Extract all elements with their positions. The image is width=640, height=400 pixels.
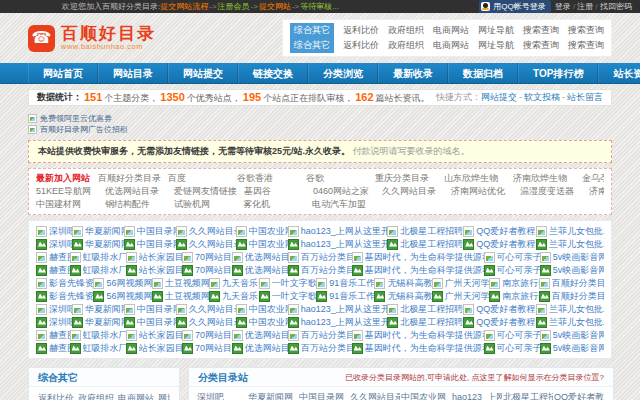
directory-site-link[interactable]: 中国目录网	[299, 389, 349, 400]
site-link[interactable]: QQ爱好者教程网	[463, 316, 536, 328]
shortcut-link[interactable]: 网站提交	[481, 92, 517, 102]
site-link[interactable]: 华夏新闻网	[72, 225, 124, 237]
qq-login-button[interactable]: 用QQ帐号登录	[479, 0, 550, 13]
directory-panel-note[interactable]: 已收录分类目录网站的,可申请此处, 点这里了解如何显示在分类目录位置?	[345, 368, 604, 387]
site-link[interactable]: 兰菲儿女包批发	[536, 238, 604, 250]
directory-site-link[interactable]: 中国农业网	[401, 389, 451, 400]
directory-site-link[interactable]: 华夏新闻网	[248, 389, 298, 400]
directory-site-link[interactable]: hao123_上网从这里开始	[452, 389, 502, 400]
newest-site-link[interactable]: 久久网站目录	[382, 185, 444, 198]
category-link[interactable]: 电商网站	[118, 393, 154, 400]
site-link[interactable]: 久久网站目录	[176, 238, 236, 250]
site-link[interactable]: 中国目录网	[124, 316, 176, 328]
category-link[interactable]: 政府组织	[388, 23, 424, 38]
site-link[interactable]: 百万站分类目录	[288, 329, 352, 341]
site-link[interactable]: 影音先锋资源	[36, 277, 93, 289]
submit-step-link[interactable]: 注册会员	[218, 2, 250, 11]
site-link[interactable]: 70网站目录	[182, 329, 232, 341]
site-link[interactable]: 百万站分类目录	[288, 342, 352, 354]
site-link[interactable]: 虹吸排水厂家	[70, 329, 126, 341]
site-link[interactable]: 基因时代，为生命科学提供源动力！	[352, 342, 484, 354]
newest-site-link[interactable]: 优选网站目录	[105, 185, 167, 198]
shortcut-link[interactable]: 软文投稿	[524, 92, 560, 102]
auth-link-2[interactable]: 找回密码	[600, 2, 632, 11]
category-link[interactable]: 搜索查询	[523, 23, 559, 38]
site-link[interactable]: 站长家园目录	[126, 342, 182, 354]
auth-link-0[interactable]: 登录	[555, 2, 571, 11]
site-link[interactable]: 兰菲儿女包批发	[536, 225, 604, 237]
site-link[interactable]: 5v映画影音网站	[540, 264, 604, 276]
site-link[interactable]: 百万站分类目录	[288, 264, 352, 276]
site-link[interactable]: 百顺好分类目录	[539, 290, 604, 302]
site-link[interactable]: 5v映画影音网站	[540, 251, 604, 263]
submit-step-link[interactable]: 提交网站流程	[160, 2, 208, 11]
category-link[interactable]: 政府组织	[388, 38, 424, 53]
category-link-active[interactable]: 综合其它	[290, 38, 334, 53]
nav-item[interactable]: 分类浏览	[308, 63, 378, 83]
newest-site-link[interactable]: 山东欣烨生物	[444, 172, 506, 185]
site-link[interactable]: hao123_上网从这里开始	[288, 303, 387, 315]
newest-site-link[interactable]: 济南网站优化	[451, 185, 513, 198]
site-link[interactable]: 站长家园目录	[126, 251, 182, 263]
site-link[interactable]: 5v映画影音网站	[540, 329, 604, 341]
newest-site-link[interactable]: 济南营销型网站	[589, 185, 604, 198]
site-link[interactable]: 可心可亲子装	[484, 329, 540, 341]
site-link[interactable]: 虹吸排水厂家	[70, 251, 126, 263]
site-link[interactable]: 久久网站目录	[176, 225, 236, 237]
site-link[interactable]: 深圳吧	[36, 316, 72, 328]
newest-site-link[interactable]: 中国建材网	[36, 198, 98, 211]
site-link[interactable]: 站长家园目录	[126, 329, 182, 341]
site-link[interactable]: 华夏新闻网	[72, 316, 124, 328]
site-link[interactable]: 兰菲儿女包批发	[536, 316, 604, 328]
site-link[interactable]: 一叶文字歌谱	[259, 290, 316, 302]
ad-link[interactable]: 免费领阿里云优惠券	[28, 113, 612, 124]
directory-site-link[interactable]: 北极星工程招聘网	[503, 389, 553, 400]
category-link[interactable]: 网址导航	[158, 393, 170, 400]
site-link[interactable]: 南京旅行社	[489, 277, 539, 289]
site-link[interactable]: 北极星工程招聘网	[387, 238, 463, 250]
site-link[interactable]: 土豆视频网站	[152, 290, 209, 302]
site-link[interactable]: 中国农业网	[236, 225, 288, 237]
category-link[interactable]: 返利比价	[343, 38, 379, 53]
site-link[interactable]: 无锡科高教育	[374, 277, 431, 289]
category-link-active[interactable]: 综合其它	[290, 23, 334, 38]
site-link[interactable]: 久久网站目录	[176, 316, 236, 328]
newest-site-link[interactable]: 试验机网	[174, 198, 236, 211]
site-link[interactable]: 北极星工程招聘网	[387, 303, 463, 315]
site-link[interactable]: 久久网站目录	[176, 303, 236, 315]
site-link[interactable]: 中国目录网	[124, 303, 176, 315]
site-link[interactable]: 赫查图	[36, 329, 70, 341]
newest-site-link[interactable]: 重庆分类目录	[375, 172, 437, 185]
site-logo[interactable]: ☎ 百顺好目录 www.baishunhao.com	[28, 25, 156, 52]
nav-item[interactable]: 网站提交	[168, 63, 238, 83]
site-link[interactable]: 一叶文字歌谱	[259, 277, 316, 289]
site-link[interactable]: 91音乐工作室	[316, 290, 374, 302]
submit-step-link[interactable]: 等待审核...	[300, 2, 339, 11]
site-link[interactable]: 虹吸排水厂家	[70, 264, 126, 276]
site-link[interactable]: 中国农业网	[236, 303, 288, 315]
category-link[interactable]: 政府组织	[78, 393, 114, 400]
category-link[interactable]: 搜索查询	[523, 38, 559, 53]
site-link[interactable]: 北极星工程招聘网	[387, 316, 463, 328]
directory-site-link[interactable]: 深圳吧	[197, 389, 247, 400]
site-link[interactable]: 中国目录网	[124, 225, 176, 237]
site-link[interactable]: 南京旅行社	[489, 290, 539, 302]
site-link[interactable]: 优选网站目录	[232, 342, 288, 354]
site-link[interactable]: 北极星工程招聘网	[387, 225, 463, 237]
newest-site-link[interactable]: 百度	[168, 172, 230, 185]
site-link[interactable]: 基因时代，为生命科学提供源动力！	[352, 264, 484, 276]
nav-item[interactable]: 网站目录	[98, 63, 168, 83]
newest-site-link[interactable]: 0460网站之家	[313, 185, 375, 198]
category-link[interactable]: 电商网站	[433, 23, 469, 38]
site-link[interactable]: 可心可亲子装	[484, 251, 540, 263]
newest-site-link[interactable]: 百顺好分类目录	[98, 172, 161, 185]
newest-site-link[interactable]: 温湿度变送器	[520, 185, 582, 198]
site-link[interactable]: hao123_上网从这里开始	[288, 238, 387, 250]
site-link[interactable]: 虹吸排水厂家	[70, 342, 126, 354]
site-link[interactable]: 56网视频网站	[93, 277, 151, 289]
site-link[interactable]: 基因时代，为生命科学提供源动力！	[352, 329, 484, 341]
site-link[interactable]: 优选网站目录	[232, 251, 288, 263]
site-link[interactable]: 5v映画影音网站	[540, 342, 604, 354]
category-link[interactable]: 电商网站	[433, 38, 469, 53]
site-link[interactable]: 赫查图	[36, 264, 70, 276]
